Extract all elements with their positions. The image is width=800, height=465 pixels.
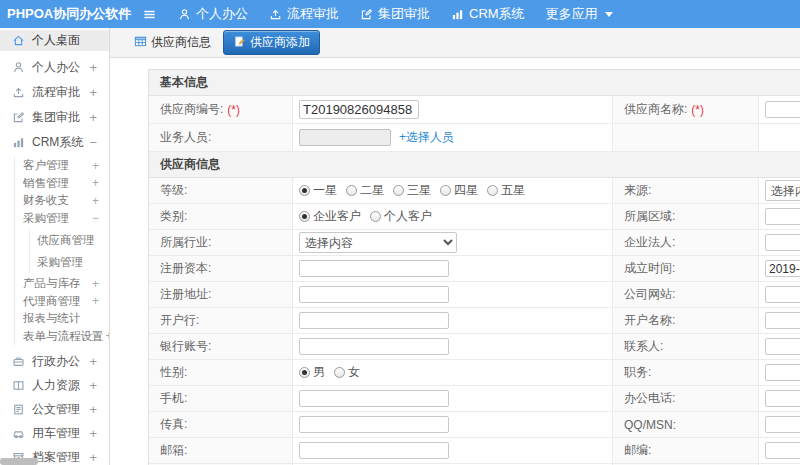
sidebar-item-reports[interactable]: 报表与统计: [23, 310, 109, 328]
topnav-label: 个人办公: [196, 5, 248, 23]
form-row-gender-position: 性别: 男 女 职务:: [149, 360, 800, 386]
sidebar-item-vehicle-mgmt[interactable]: 用车管理 +: [0, 421, 109, 445]
expand-toggle: +: [89, 402, 97, 417]
sidebar-item-customer-mgmt[interactable]: 客户管理 +: [23, 157, 109, 175]
industry-select[interactable]: 选择内容: [299, 232, 457, 253]
registered-capital-input[interactable]: [299, 260, 449, 277]
topnav-crm-system[interactable]: CRM系统: [451, 5, 525, 23]
select-staff-link[interactable]: +选择人员: [399, 129, 454, 146]
registered-address-label: 注册地址:: [149, 282, 293, 307]
radio-option[interactable]: 二星: [346, 182, 384, 199]
tab-supplier-add[interactable]: 供应商添加: [223, 30, 320, 55]
sidebar-item-label: 人力资源: [32, 377, 80, 394]
sidebar-item-workflow-approval[interactable]: 流程审批 +: [0, 80, 109, 105]
supplier-code-input[interactable]: [299, 100, 419, 119]
form-row-level-source: 等级: 一星 二星 三星 四星 五星 来源: 选择内容: [149, 178, 800, 204]
expand-toggle: +: [90, 294, 99, 308]
field-cell-empty: [759, 124, 800, 151]
topnav-label: 更多应用: [546, 5, 598, 23]
expand-toggle: +: [89, 354, 97, 369]
radio-selected-icon: [299, 211, 310, 222]
contact-label: 联系人:: [613, 334, 759, 359]
sidebar-item-supplier-mgmt[interactable]: 供应商管理: [37, 229, 109, 251]
required-mark: (*): [691, 103, 704, 117]
radio-option[interactable]: 个人客户: [370, 208, 432, 225]
expand-toggle: +: [89, 426, 97, 441]
radio-option[interactable]: 五星: [487, 182, 525, 199]
expand-toggle: +: [90, 159, 99, 173]
form-row-regaddress-website: 注册地址: 公司网站:: [149, 282, 800, 308]
sidebar-item-crm-system[interactable]: CRM系统 −: [0, 130, 109, 155]
sidebar-item-label: 用车管理: [32, 425, 80, 442]
field-cell: [759, 282, 800, 307]
sidebar-item-group-approval[interactable]: 集团审批 +: [0, 105, 109, 130]
sidebar-item-admin-office[interactable]: 行政办公 +: [0, 349, 109, 373]
contact-input[interactable]: [765, 338, 800, 355]
field-cell: [759, 438, 800, 463]
position-input[interactable]: [765, 364, 800, 381]
field-cell: 选择内容: [759, 178, 800, 203]
top-navigation: 个人办公 流程审批 集团审批 CRM系统 更多应用: [178, 5, 613, 23]
topnav-group-approval[interactable]: 集团审批: [360, 5, 430, 23]
sidebar-item-human-resources[interactable]: 人力资源 +: [0, 373, 109, 397]
radio-option[interactable]: 三星: [393, 182, 431, 199]
sidebar-item-form-flow-settings[interactable]: 表单与流程设置 +: [23, 328, 109, 346]
sidebar-item-purchase[interactable]: 采购管理: [37, 251, 109, 273]
mobile-input[interactable]: [299, 390, 449, 407]
radio-option[interactable]: 四星: [440, 182, 478, 199]
email-input[interactable]: [299, 442, 449, 459]
expand-toggle: +: [90, 277, 99, 291]
field-cell: 企业客户 个人客户: [293, 204, 613, 229]
sidebar-item-official-docs[interactable]: 公文管理 +: [0, 397, 109, 421]
sidebar-item-label: 客户管理: [23, 158, 69, 173]
sidebar-item-personal-office[interactable]: 个人办公 +: [0, 55, 109, 80]
sidebar-item-agent-mgmt[interactable]: 代理商管理 +: [23, 293, 109, 311]
sidebar-item-label: 销售管理: [23, 176, 69, 191]
radio-option[interactable]: 一星: [299, 182, 337, 199]
sidebar-item-product-inventory[interactable]: 产品与库存 +: [23, 275, 109, 293]
source-select[interactable]: 选择内容: [765, 180, 800, 201]
zip-input[interactable]: [765, 442, 800, 459]
office-phone-input[interactable]: [765, 390, 800, 407]
bank-input[interactable]: [299, 312, 449, 329]
topnav-personal-office[interactable]: 个人办公: [178, 5, 248, 23]
sidebar-item-label: 个人办公: [32, 59, 80, 76]
radio-icon: [393, 185, 404, 196]
legal-person-input[interactable]: [765, 234, 800, 251]
form-row-industry-legal: 所属行业: 选择内容 企业法人:: [149, 230, 800, 256]
sidebar-scrollbar-thumb[interactable]: [0, 458, 38, 465]
registered-address-input[interactable]: [299, 286, 449, 303]
radio-option[interactable]: 女: [334, 364, 360, 381]
menu-toggle-button[interactable]: [143, 8, 156, 21]
sidebar-item-personal-desktop[interactable]: 个人桌面: [0, 30, 109, 51]
website-label: 公司网站:: [613, 282, 759, 307]
sidebar-item-sales-mgmt[interactable]: 销售管理 +: [23, 175, 109, 193]
field-cell: [759, 308, 800, 333]
office-phone-label: 办公电话:: [613, 386, 759, 411]
form-row-mobile-officephone: 手机: 办公电话:: [149, 386, 800, 412]
sidebar-item-finance[interactable]: 财务收支 +: [23, 192, 109, 210]
staff-input[interactable]: [299, 129, 391, 146]
website-input[interactable]: [765, 286, 800, 303]
bank-account-input[interactable]: [299, 338, 449, 355]
radio-icon: [370, 211, 381, 222]
topnav-label: CRM系统: [469, 5, 525, 23]
radio-option[interactable]: 男: [299, 364, 325, 381]
fax-input[interactable]: [299, 416, 449, 433]
supplier-name-input[interactable]: [765, 101, 800, 118]
sidebar-item-purchase-mgmt[interactable]: 采购管理 −: [23, 210, 109, 228]
main-content: 基本信息 供应商编号: (*) 供应商名称: (*) 业务人员:: [110, 59, 800, 465]
account-name-input[interactable]: [765, 312, 800, 329]
qq-msn-input[interactable]: [765, 416, 800, 433]
tab-supplier-info[interactable]: 供应商信息: [132, 31, 213, 54]
account-name-label: 开户名称:: [613, 308, 759, 333]
region-input[interactable]: [765, 208, 800, 225]
tab-label: 供应商添加: [250, 34, 310, 51]
topnav-workflow-approval[interactable]: 流程审批: [269, 5, 339, 23]
topnav-more-apps[interactable]: 更多应用: [546, 5, 613, 23]
founded-date-input[interactable]: [765, 260, 800, 277]
field-label: 供应商编号: (*): [149, 96, 293, 123]
edit-icon: [360, 8, 373, 21]
radio-option[interactable]: 企业客户: [299, 208, 361, 225]
user-icon: [178, 8, 191, 21]
